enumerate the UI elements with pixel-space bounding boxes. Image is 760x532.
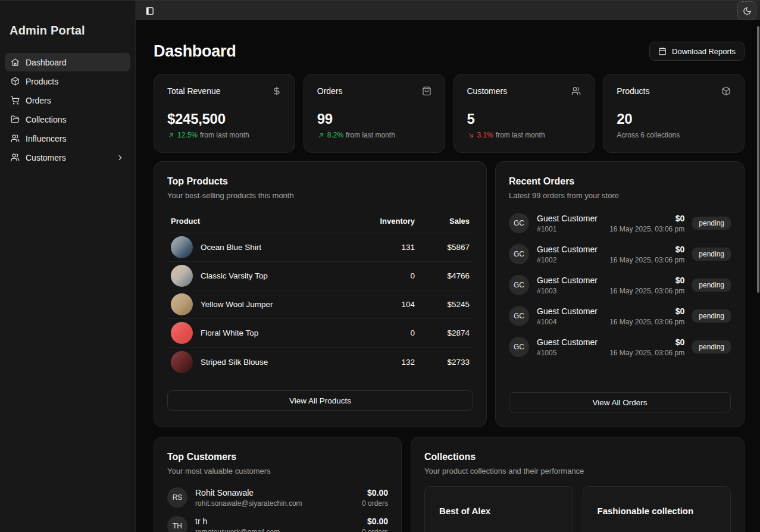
folder-icon	[11, 115, 20, 124]
sidebar-toggle-button[interactable]	[142, 3, 157, 18]
section-subtitle: Your most valuable customers	[167, 467, 388, 475]
dashboard-content: Dashboard Download Reports Total Revenue…	[136, 20, 760, 532]
list-item[interactable]: RS Rohit Sonawale rohit.sonawale@siyarat…	[167, 487, 388, 508]
list-item[interactable]: GC Guest Customer #1003 $0 16 May 2025, …	[509, 275, 731, 295]
sidebar-item-products[interactable]: Products	[5, 72, 130, 90]
product-inventory: 104	[349, 300, 415, 309]
order-amount: $0	[609, 214, 684, 223]
order-date: 16 May 2025, 03:06 pm	[609, 256, 684, 264]
trend-percent: 3.1%	[477, 131, 493, 139]
list-item[interactable]: GC Guest Customer #1001 $0 16 May 2025, …	[509, 213, 731, 233]
trend-suffix: from last month	[346, 131, 395, 139]
product-sales: $5867	[415, 243, 470, 252]
trend-positive: 8.2%	[317, 131, 343, 139]
order-id: #1001	[537, 225, 609, 233]
download-reports-button[interactable]: Download Reports	[649, 42, 745, 61]
order-id: #1005	[537, 349, 609, 357]
product-name: Yellow Wool Jumper	[201, 300, 349, 309]
product-name: Floral White Top	[201, 328, 349, 337]
status-badge: pending	[692, 340, 731, 353]
recent-orders-card: Recent Orders Latest 99 orders from your…	[495, 161, 745, 427]
stat-card-total-revenue: Total Revenue $245,500 12.5% from last m…	[154, 74, 295, 153]
customers-list: RS Rohit Sonawale rohit.sonawale@siyarat…	[167, 487, 388, 532]
list-item[interactable]: TH tr h remoteuswork@gmail.com $0.00 0 o…	[167, 516, 388, 532]
trend-positive: 12.5%	[167, 131, 198, 139]
column-header-sales: Sales	[415, 217, 470, 226]
customer-orders: 0 orders	[362, 499, 388, 508]
column-header-inventory: Inventory	[349, 217, 415, 226]
customer-email: remoteuswork@gmail.com	[195, 528, 362, 532]
sidebar-item-dashboard[interactable]: Dashboard	[5, 53, 130, 71]
sidebar-item-collections[interactable]: Collections	[5, 110, 130, 129]
order-id: #1004	[537, 318, 609, 326]
order-amount: $0	[609, 276, 684, 285]
order-id: #1003	[537, 287, 609, 295]
table-row[interactable]: Striped Silk Blouse 132 $2733	[167, 348, 473, 376]
avatar: GC	[509, 275, 529, 295]
section-title: Collections	[424, 452, 731, 462]
product-sales: $4766	[415, 271, 470, 280]
trend-percent: 8.2%	[327, 131, 343, 139]
shopping-bag-icon	[422, 86, 431, 96]
section-title: Recent Orders	[509, 176, 731, 187]
trend-suffix: from last month	[200, 131, 249, 139]
stat-label: Total Revenue	[167, 86, 221, 96]
top-customers-card: Top Customers Your most valuable custome…	[154, 437, 402, 532]
product-image	[171, 265, 193, 287]
scrollbar[interactable]	[757, 26, 759, 293]
table-row[interactable]: Yellow Wool Jumper 104 $5245	[167, 290, 473, 319]
customer-name: Rohit Sonawale	[195, 488, 362, 497]
stat-card-orders: Orders 99 8.2% from last month	[304, 74, 445, 153]
users-icon	[11, 153, 20, 162]
customer-email: rohit.sonawale@siyaratechin.com	[195, 499, 362, 508]
status-badge: pending	[692, 248, 731, 261]
sidebar-item-orders[interactable]: Orders	[5, 91, 130, 109]
list-item[interactable]: GC Guest Customer #1002 $0 16 May 2025, …	[509, 244, 731, 264]
stat-card-customers: Customers 5 3.1% from last month	[454, 74, 595, 153]
order-id: #1002	[537, 256, 609, 264]
stat-value: $245,500	[167, 111, 282, 127]
section-title: Top Customers	[167, 452, 388, 462]
list-item[interactable]: GC Guest Customer #1005 $0 16 May 2025, …	[509, 337, 731, 357]
table-row[interactable]: Floral White Top 0 $2874	[167, 319, 473, 348]
sidebar-item-customers[interactable]: Customers	[5, 148, 130, 167]
dollar-icon	[272, 86, 282, 96]
view-all-orders-button[interactable]: View All Orders	[509, 392, 731, 412]
product-image	[171, 236, 193, 258]
order-date: 16 May 2025, 03:06 pm	[609, 225, 684, 233]
avatar: GC	[509, 337, 529, 357]
table-row[interactable]: Ocean Blue Shirt 131 $5867	[167, 233, 473, 262]
product-name: Classic Varsity Top	[201, 271, 349, 280]
moon-icon	[743, 7, 752, 15]
product-image	[171, 293, 193, 315]
table-row[interactable]: Classic Varsity Top 0 $4766	[167, 262, 473, 290]
product-name: Ocean Blue Shirt	[201, 243, 349, 252]
avatar: RS	[167, 487, 187, 508]
users-icon	[571, 86, 581, 96]
sidebar-item-label: Orders	[26, 96, 51, 105]
customer-name: tr h	[195, 517, 362, 526]
package-icon	[11, 77, 20, 86]
collection-item[interactable]: Best of Alex	[424, 486, 573, 532]
theme-toggle-button[interactable]	[737, 1, 756, 20]
panel-left-icon	[145, 7, 154, 15]
product-sales: $2874	[415, 328, 470, 337]
order-amount: $0	[609, 306, 684, 316]
list-item[interactable]: GC Guest Customer #1004 $0 16 May 2025, …	[509, 306, 731, 326]
main-area: Dashboard Download Reports Total Revenue…	[136, 0, 760, 532]
section-subtitle: Your best-selling products this month	[167, 191, 473, 200]
cart-icon	[11, 96, 20, 105]
top-products-table: Product Inventory Sales Ocean Blue Shirt…	[167, 213, 473, 376]
collection-item[interactable]: Fashionable collection	[583, 486, 731, 532]
chevron-right-icon	[116, 154, 124, 162]
column-header-product: Product	[171, 217, 349, 226]
stat-note: Across 6 collections	[617, 131, 680, 139]
sidebar-item-influencers[interactable]: Influencers	[5, 129, 130, 148]
order-amount: $0	[609, 245, 684, 254]
avatar: TH	[167, 516, 187, 532]
product-sales: $2733	[415, 358, 470, 367]
product-inventory: 0	[349, 271, 415, 280]
page-title: Dashboard	[154, 42, 236, 61]
order-customer-name: Guest Customer	[537, 306, 609, 316]
view-all-products-button[interactable]: View All Products	[167, 390, 473, 411]
